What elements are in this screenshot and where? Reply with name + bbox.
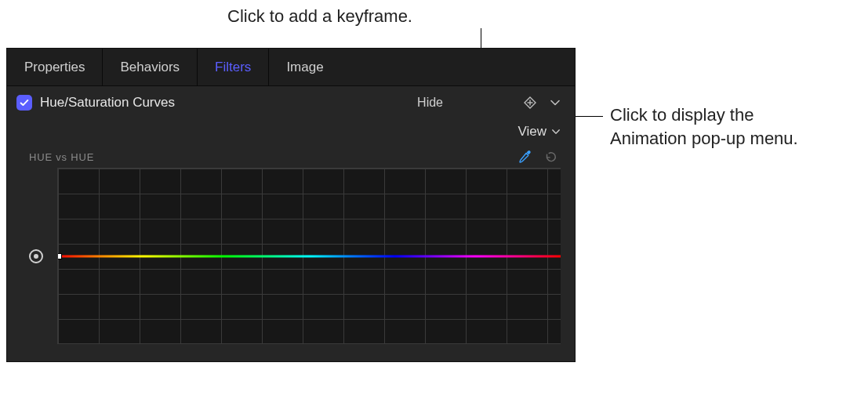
hue-gradient-line <box>58 255 561 257</box>
view-popup-label: View <box>518 124 547 139</box>
curve-control-point[interactable] <box>29 249 43 263</box>
view-row: View <box>7 119 575 146</box>
hide-button[interactable]: Hide <box>417 96 443 110</box>
chevron-down-icon <box>551 127 561 136</box>
inspector-body: Hue/Saturation Curves Hide View <box>7 86 575 361</box>
annotation-keyframe-label: Click to add a keyframe. <box>227 5 412 28</box>
filter-header-row: Hue/Saturation Curves Hide <box>7 86 575 119</box>
hue-curve-grid[interactable] <box>57 168 561 344</box>
tab-filters[interactable]: Filters <box>198 49 269 85</box>
reset-arrow-icon <box>543 150 557 164</box>
keyframe-diamond-icon <box>522 95 538 111</box>
tab-behaviors[interactable]: Behaviors <box>103 49 198 85</box>
curve-header-row: HUE vs HUE <box>29 149 561 165</box>
checkmark-icon <box>19 97 30 108</box>
inspector-tabbar: Properties Behaviors Filters Image <box>7 49 575 86</box>
tab-properties[interactable]: Properties <box>7 49 103 85</box>
view-popup[interactable]: View <box>518 124 547 140</box>
curve-section: HUE vs HUE <box>7 146 575 361</box>
add-keyframe-button[interactable] <box>521 94 539 111</box>
curve-start-handle[interactable] <box>57 253 62 259</box>
curve-tools <box>517 149 561 165</box>
inspector-panel: Properties Behaviors Filters Image Hue/S… <box>6 48 576 362</box>
curve-label: HUE vs HUE <box>29 151 94 163</box>
filter-enabled-checkbox[interactable] <box>16 95 32 111</box>
tab-label: Filters <box>215 60 251 75</box>
hide-button-label: Hide <box>417 96 443 109</box>
tab-label: Image <box>286 60 323 75</box>
curve-area <box>29 168 561 344</box>
eyedropper-button[interactable] <box>517 149 532 165</box>
annotation-anim-menu-label: Click to display the Animation pop-up me… <box>610 103 798 150</box>
filter-title: Hue/Saturation Curves <box>40 95 175 111</box>
reset-curve-button[interactable] <box>543 150 557 164</box>
eyedropper-icon <box>517 149 532 165</box>
tab-label: Properties <box>24 60 85 75</box>
animation-menu-button[interactable] <box>547 94 564 111</box>
tab-image[interactable]: Image <box>269 49 340 85</box>
chevron-down-icon <box>550 97 561 108</box>
tab-label: Behaviors <box>120 60 180 75</box>
